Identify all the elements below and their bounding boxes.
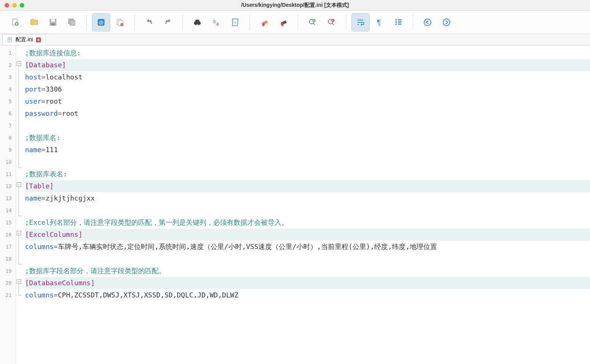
line-number: 6 xyxy=(0,107,16,120)
fold-toggle[interactable]: − xyxy=(17,279,21,284)
section-header: [Table] xyxy=(25,182,54,190)
line-number: 2 xyxy=(0,59,16,71)
zoom-in-icon xyxy=(308,18,317,27)
svg-rect-3 xyxy=(51,19,55,22)
replace-icon: ba xyxy=(212,18,221,27)
comment: ;Excel列名部分，请注意字段类型的匹配，第一列是关键列，必须有数据才会被导入… xyxy=(25,218,288,226)
ini-key: host xyxy=(25,73,41,81)
open-file-button[interactable] xyxy=(25,13,43,31)
ini-key: password xyxy=(25,109,58,117)
code-area[interactable]: ;数据库连接信息: [Database] host=localhost port… xyxy=(23,45,590,364)
svg-text:a: a xyxy=(216,21,219,26)
line-number: 18 xyxy=(0,253,16,265)
ini-value: 111 xyxy=(45,146,58,154)
svg-rect-29 xyxy=(8,37,11,42)
line-number-gutter: 1 2 3 4 5 6 7 8 9 10 11 12 13 14 15 16 1… xyxy=(0,45,16,364)
file-icon xyxy=(7,37,12,42)
tab-bar: 配置.ini xyxy=(0,34,590,45)
section-header: [DatabaseColumns] xyxy=(25,279,95,287)
line-number: 5 xyxy=(0,95,16,107)
line-number: 11 xyxy=(0,168,16,180)
line-number: 7 xyxy=(0,120,16,132)
copy-button[interactable] xyxy=(111,13,129,31)
editor[interactable]: 1 2 3 4 5 6 7 8 9 10 11 12 13 14 15 16 1… xyxy=(0,45,590,364)
new-file-button[interactable] xyxy=(6,13,24,31)
clear-highlight-button[interactable] xyxy=(255,13,273,31)
prev-button[interactable] xyxy=(418,13,437,31)
ini-value: 3306 xyxy=(45,85,62,93)
comment: ;数据库字段名部分，请注意字段类型的匹配。 xyxy=(25,267,165,275)
section-header: [ExcelColumns] xyxy=(25,230,83,238)
line-number: 21 xyxy=(0,289,16,301)
tab-label: 配置.ini xyxy=(16,36,33,43)
file-tab[interactable]: 配置.ini xyxy=(2,34,46,45)
zoom-in-button[interactable] xyxy=(303,13,322,31)
language-mode-button[interactable]: @ xyxy=(92,13,110,31)
svg-text:¶: ¶ xyxy=(377,18,381,26)
fold-toggle[interactable]: − xyxy=(17,61,21,66)
save-button[interactable] xyxy=(44,13,62,31)
tab-close-button[interactable] xyxy=(36,37,41,42)
comment: ;数据库名: xyxy=(25,134,61,142)
save-all-button[interactable] xyxy=(63,13,81,31)
undo-button[interactable] xyxy=(140,13,158,31)
bookmark-icon xyxy=(231,18,240,27)
line-number: 19 xyxy=(0,265,16,277)
svg-rect-4 xyxy=(52,23,55,25)
copy-icon xyxy=(116,18,125,27)
eraser-icon xyxy=(260,18,269,27)
svg-text:@: @ xyxy=(98,20,103,25)
svg-rect-14 xyxy=(195,20,199,22)
comment: ;数据库连接信息: xyxy=(25,49,81,57)
replace-button[interactable]: ba xyxy=(207,13,225,31)
ini-key: columns xyxy=(25,243,54,250)
svg-point-28 xyxy=(443,19,450,26)
indent-guide-button[interactable] xyxy=(389,13,407,31)
ini-key: name xyxy=(25,146,41,154)
ini-key: name xyxy=(25,194,41,202)
fold-toggle[interactable]: − xyxy=(17,182,21,187)
clear-all-button[interactable] xyxy=(274,13,292,31)
ini-value: root xyxy=(62,109,78,117)
language-icon: @ xyxy=(97,18,106,27)
line-number: 1 xyxy=(0,47,16,59)
ini-value: localhost xyxy=(45,73,83,81)
zoom-out-button[interactable] xyxy=(322,13,340,31)
comment: ;数据库表名: xyxy=(25,170,67,178)
show-paragraph-button[interactable]: ¶ xyxy=(370,13,389,31)
indent-icon xyxy=(394,18,403,27)
zoom-out-icon xyxy=(327,18,336,27)
line-number: 15 xyxy=(0,216,16,229)
line-number: 12 xyxy=(0,180,16,192)
new-file-icon xyxy=(11,18,20,27)
ini-key: port xyxy=(25,85,41,93)
bookmark-button[interactable] xyxy=(226,13,244,31)
line-number: 20 xyxy=(0,277,16,289)
line-number: 17 xyxy=(0,241,16,253)
ini-key: user xyxy=(25,97,41,105)
ini-value: zjkjtjhcgjxx xyxy=(45,194,95,202)
toolbar: @ ba ¶ xyxy=(0,11,590,34)
ini-key: columns xyxy=(25,291,54,299)
find-button[interactable] xyxy=(188,13,206,31)
prev-icon xyxy=(423,18,432,27)
svg-rect-6 xyxy=(70,20,75,25)
next-button[interactable] xyxy=(437,13,456,31)
ini-value: 车牌号,车辆实时状态,定位时间,系统时间,速度（公里/小时,VSS速度（公里/小… xyxy=(58,243,437,250)
maximize-window-button[interactable] xyxy=(20,3,24,8)
svg-point-13 xyxy=(197,21,201,25)
fold-toggle[interactable]: − xyxy=(17,231,21,235)
line-number: 4 xyxy=(0,83,16,95)
save-icon xyxy=(48,18,58,27)
svg-point-27 xyxy=(424,19,431,26)
open-folder-icon xyxy=(30,18,39,27)
line-number: 16 xyxy=(0,229,16,241)
close-window-button[interactable] xyxy=(5,3,9,8)
binoculars-icon xyxy=(193,18,202,27)
minimize-window-button[interactable] xyxy=(12,3,17,8)
redo-button[interactable] xyxy=(159,13,177,31)
close-icon xyxy=(36,37,41,42)
word-wrap-button[interactable] xyxy=(351,13,370,31)
eraser-alt-icon xyxy=(279,18,288,27)
fold-column: − − − − xyxy=(16,45,23,364)
